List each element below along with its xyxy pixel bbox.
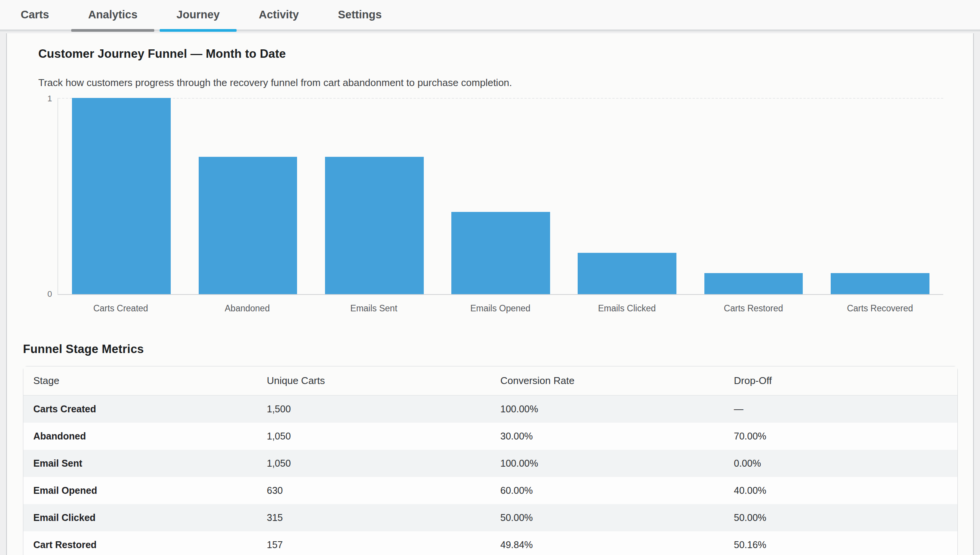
drop-off-cell: 40.00% <box>724 477 957 504</box>
unique-carts-column-header: Unique Carts <box>257 366 490 395</box>
x-axis-label: Carts Created <box>57 303 184 314</box>
table-row: Carts Created 1,500 100.00% — <box>23 395 957 423</box>
funnel-bar-chart: 1 0 Carts Created Abandoned Emails Sent <box>38 98 943 322</box>
funnel-chart-section: Customer Journey Funnel — Month to Date … <box>7 33 973 322</box>
x-axis-label: Emails Opened <box>437 303 564 314</box>
x-axis-label: Emails Clicked <box>564 303 690 314</box>
unique-carts-cell: 157 <box>257 531 490 555</box>
tab-label: Carts <box>21 8 49 21</box>
stage-cell: Email Clicked <box>23 504 257 531</box>
table-row: Email Clicked 315 50.00% 50.00% <box>23 504 957 531</box>
drop-off-cell: 50.00% <box>724 504 957 531</box>
table-header-row: Stage Unique Carts Conversion Rate Drop-… <box>23 366 957 395</box>
journey-panel: Customer Journey Funnel — Month to Date … <box>6 33 974 555</box>
bar-group <box>58 98 943 294</box>
conversion-rate-column-header: Conversion Rate <box>490 366 724 395</box>
tab-label: Activity <box>259 8 299 21</box>
conversion-rate-cell: 50.00% <box>490 504 724 531</box>
unique-carts-cell: 1,050 <box>257 423 490 450</box>
tab-settings[interactable]: Settings <box>321 0 399 29</box>
tab-label: Analytics <box>88 8 137 21</box>
unique-carts-cell: 1,050 <box>257 450 490 477</box>
y-axis-tick-1: 1 <box>38 94 52 104</box>
drop-off-cell: 50.16% <box>724 531 957 555</box>
unique-carts-cell: 315 <box>257 504 490 531</box>
tab-activity[interactable]: Activity <box>242 0 316 29</box>
tab-journey[interactable]: Journey <box>160 0 237 29</box>
table-row: Email Opened 630 60.00% 40.00% <box>23 477 957 504</box>
conversion-rate-cell: 49.84% <box>490 531 724 555</box>
stage-cell: Email Opened <box>23 477 257 504</box>
bar-emails-sent <box>325 157 424 294</box>
unique-carts-cell: 1,500 <box>257 395 490 423</box>
y-axis-tick-0: 0 <box>38 289 52 299</box>
tab-carts[interactable]: Carts <box>4 0 66 29</box>
tab-analytics[interactable]: Analytics <box>71 0 154 29</box>
stage-cell: Abandoned <box>23 423 257 450</box>
chart-plot-area <box>57 98 943 295</box>
x-axis-label: Carts Restored <box>690 303 817 314</box>
x-axis-label: Carts Recovered <box>817 303 943 314</box>
x-axis-labels: Carts Created Abandoned Emails Sent Emai… <box>57 303 943 314</box>
tab-label: Settings <box>338 8 382 21</box>
stage-column-header: Stage <box>23 366 257 395</box>
bar-emails-opened <box>451 212 550 294</box>
bar-emails-clicked <box>578 253 676 294</box>
table-row: Abandoned 1,050 30.00% 70.00% <box>23 423 957 450</box>
tab-label: Journey <box>176 8 220 21</box>
bar-abandoned <box>199 157 297 294</box>
conversion-rate-cell: 30.00% <box>490 423 724 450</box>
drop-off-cell: 0.00% <box>724 450 957 477</box>
tab-bar: Carts Analytics Journey Activity Setting… <box>0 0 980 31</box>
table-row: Email Sent 1,050 100.00% 0.00% <box>23 450 957 477</box>
conversion-rate-cell: 100.00% <box>490 450 724 477</box>
page-subtitle: Track how customers progress through the… <box>38 77 943 89</box>
bar-carts-created <box>72 98 171 294</box>
drop-off-cell: 70.00% <box>724 423 957 450</box>
unique-carts-cell: 630 <box>257 477 490 504</box>
table-row: Cart Restored 157 49.84% 50.16% <box>23 531 957 555</box>
stage-cell: Email Sent <box>23 450 257 477</box>
stage-cell: Carts Created <box>23 395 257 423</box>
funnel-metrics-heading: Funnel Stage Metrics <box>23 342 958 356</box>
conversion-rate-cell: 60.00% <box>490 477 724 504</box>
bar-carts-restored <box>704 273 803 294</box>
x-axis-label: Emails Sent <box>310 303 437 314</box>
drop-off-cell: — <box>724 395 957 423</box>
conversion-rate-cell: 100.00% <box>490 395 724 423</box>
drop-off-column-header: Drop-Off <box>724 366 957 395</box>
bar-carts-recovered <box>831 273 929 294</box>
page-title: Customer Journey Funnel — Month to Date <box>38 47 943 61</box>
stage-cell: Cart Restored <box>23 531 257 555</box>
funnel-metrics-table: Stage Unique Carts Conversion Rate Drop-… <box>23 366 958 555</box>
x-axis-label: Abandoned <box>184 303 311 314</box>
funnel-metrics-section: Funnel Stage Metrics Stage Unique Carts … <box>7 342 973 555</box>
